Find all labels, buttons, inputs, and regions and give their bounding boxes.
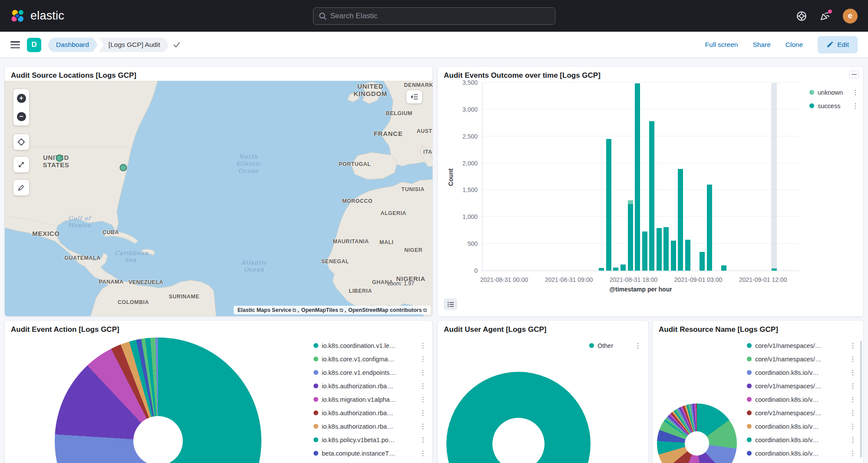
legend-row[interactable]: Other⋮ xyxy=(589,339,642,352)
legend-row[interactable]: io.k8s.authorization.rba…⋮ xyxy=(314,379,427,393)
legend-menu-button[interactable]: ⋮ xyxy=(419,410,427,417)
legend-scrollbar[interactable] xyxy=(860,341,862,458)
legend-label[interactable]: core/v1/namespaces/… xyxy=(755,342,845,349)
legend-row[interactable]: io.k8s.core.v1.endpoints…⋮ xyxy=(314,366,427,379)
legend-row[interactable]: coordination.k8s.io/v…⋮ xyxy=(747,366,857,379)
legend-row[interactable]: beta.compute.instanceT…⋮ xyxy=(314,446,427,460)
histogram-bar[interactable] xyxy=(671,241,676,271)
histogram-bar[interactable] xyxy=(642,232,647,271)
attribution-link[interactable]: OpenStreetMap contributors ⧉ xyxy=(348,307,427,313)
legend-label[interactable]: core/v1/namespaces/… xyxy=(755,383,845,390)
legend-row[interactable]: io.k8s.migration.v1alpha…⋮ xyxy=(314,393,427,406)
panel-title[interactable]: Audit Source Locations [Logs GCP] xyxy=(5,66,432,82)
space-badge[interactable]: D xyxy=(27,38,41,52)
histogram-bar[interactable] xyxy=(620,265,626,271)
legend-menu-button[interactable]: ⋮ xyxy=(419,369,427,376)
legend-label[interactable]: io.k8s.core.v1.configma… xyxy=(322,356,415,363)
newsfeed-button[interactable] xyxy=(819,10,831,22)
map-fit-to-data-button[interactable] xyxy=(13,157,29,172)
legend-menu-button[interactable]: ⋮ xyxy=(851,103,860,109)
legend-row[interactable]: core/v1/namespaces/…⋮ xyxy=(747,379,857,393)
legend-toggle-button[interactable] xyxy=(444,298,457,310)
legend-label[interactable]: success xyxy=(818,103,848,109)
share-link[interactable]: Share xyxy=(752,41,770,49)
zoom-in-button[interactable]: + xyxy=(13,89,29,107)
histogram-bar[interactable] xyxy=(707,185,712,271)
histogram-bar[interactable] xyxy=(635,83,640,271)
legend-menu-button[interactable]: ⋮ xyxy=(634,342,642,349)
legend-row[interactable]: core/v1/namespaces/…⋮ xyxy=(747,406,857,420)
panel-title[interactable]: Audit Event Action [Logs GCP] xyxy=(5,321,432,336)
legend-row[interactable]: coordination.k8s.io/v…⋮ xyxy=(747,433,857,446)
edit-button[interactable]: Edit xyxy=(818,36,858,53)
legend-menu-button[interactable]: ⋮ xyxy=(419,437,427,443)
map-canvas[interactable]: UNITED STATESUNITED KINGDOMDENMARKBELGIU… xyxy=(5,81,433,317)
legend-label[interactable]: coordination.k8s.io/v… xyxy=(755,450,845,457)
map-legend-collapse-button[interactable] xyxy=(406,90,422,103)
histogram-bar[interactable] xyxy=(657,228,662,271)
legend-row[interactable]: io.k8s.authorization.rba…⋮ xyxy=(314,406,427,420)
elastic-logo[interactable]: elastic xyxy=(10,9,64,23)
histogram-bar[interactable] xyxy=(772,268,777,271)
histogram-bar[interactable] xyxy=(685,240,690,271)
legend-row[interactable]: io.k8s.policy.v1beta1.po…⋮ xyxy=(314,433,427,446)
legend-menu-button[interactable]: ⋮ xyxy=(848,410,857,417)
map-set-view-button[interactable] xyxy=(13,134,29,150)
global-search[interactable] xyxy=(313,7,555,25)
histogram-bar[interactable] xyxy=(663,227,669,271)
attribution-link[interactable]: OpenMapTiles ⧉ xyxy=(301,307,348,313)
legend-menu-button[interactable]: ⋮ xyxy=(848,396,857,403)
legend-menu-button[interactable]: ⋮ xyxy=(848,383,857,390)
legend-row[interactable]: coordination.k8s.io/…⋮ xyxy=(747,460,857,463)
legend-label[interactable]: coordination.k8s.io/v… xyxy=(755,437,845,443)
panel-title[interactable]: Audit Resource Name [Logs GCP] xyxy=(653,321,863,336)
panel-title[interactable]: Audit Events Outcome over time [Logs GCP… xyxy=(438,66,863,82)
legend-label[interactable]: unknown xyxy=(818,89,848,96)
histogram-bar[interactable] xyxy=(700,252,705,271)
legend-label[interactable]: io.k8s.policy.v1beta1.po… xyxy=(322,437,415,443)
panel-title[interactable]: Audit User Agent [Logs GCP] xyxy=(438,321,648,336)
legend-label[interactable]: io.k8s.coordination.v1.le… xyxy=(322,342,415,349)
legend-label[interactable]: beta.compute.instanceT… xyxy=(322,450,415,457)
histogram-bar[interactable] xyxy=(628,204,633,271)
legend-menu-button[interactable]: ⋮ xyxy=(419,383,427,390)
menu-button[interactable] xyxy=(10,41,20,48)
legend-menu-button[interactable]: ⋮ xyxy=(851,89,860,96)
legend-menu-button[interactable]: ⋮ xyxy=(419,450,427,457)
histogram-bar[interactable] xyxy=(678,169,683,271)
breadcrumb-current[interactable]: [Logs GCP] Audit xyxy=(99,38,168,52)
legend-label[interactable]: io.k8s.authorization.rba… xyxy=(322,423,415,430)
full-screen-link[interactable]: Full screen xyxy=(705,41,738,49)
legend-menu-button[interactable]: ⋮ xyxy=(419,423,427,430)
legend-menu-button[interactable]: ⋮ xyxy=(848,342,857,349)
search-input[interactable] xyxy=(330,12,550,20)
legend-menu-button[interactable]: ⋮ xyxy=(419,356,427,363)
donut-chart[interactable] xyxy=(55,337,261,463)
legend-menu-button[interactable]: ⋮ xyxy=(419,396,427,403)
legend-row[interactable]: coordination.k8s.io/v…⋮ xyxy=(747,420,857,433)
map-data-point[interactable] xyxy=(120,164,127,172)
legend-row[interactable]: core/v1/namespaces/…⋮ xyxy=(747,339,857,352)
panel-options-button[interactable] xyxy=(849,71,859,80)
legend-row[interactable]: unknown⋮ xyxy=(809,86,860,99)
histogram-bar[interactable] xyxy=(628,200,633,204)
legend-label[interactable]: coordination.k8s.io/v… xyxy=(755,396,845,403)
legend-row[interactable]: io.k8s.coordination.v1.le…⋮ xyxy=(314,339,427,352)
legend-label[interactable]: coordination.k8s.io/v… xyxy=(755,369,845,376)
legend-menu-button[interactable]: ⋮ xyxy=(419,342,427,349)
legend-menu-button[interactable]: ⋮ xyxy=(848,356,857,363)
user-avatar[interactable]: e xyxy=(843,9,858,23)
legend-label[interactable]: io.k8s.authorization.rba… xyxy=(322,410,415,417)
legend-menu-button[interactable]: ⋮ xyxy=(848,450,857,457)
histogram-bar[interactable] xyxy=(599,268,604,271)
legend-menu-button[interactable]: ⋮ xyxy=(848,437,857,443)
histogram-plot[interactable] xyxy=(482,83,799,271)
help-button[interactable] xyxy=(796,10,807,22)
legend-row[interactable]: google.iam.v1…⋮ xyxy=(314,460,427,463)
histogram-bar[interactable] xyxy=(721,265,726,271)
legend-menu-button[interactable]: ⋮ xyxy=(848,369,857,376)
legend-row[interactable]: success⋮ xyxy=(809,99,860,112)
legend-row[interactable]: core/v1/namespaces/…⋮ xyxy=(747,352,857,366)
legend-row[interactable]: io.k8s.authorization.rba…⋮ xyxy=(314,420,427,433)
histogram-bar[interactable] xyxy=(606,139,611,271)
